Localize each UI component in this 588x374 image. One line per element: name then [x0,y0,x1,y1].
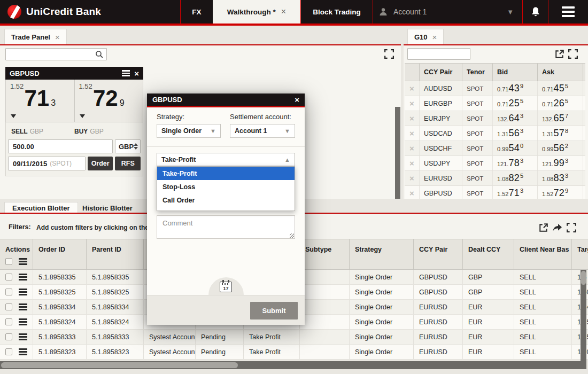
order-type-combobox[interactable]: Take-Profit▲ [157,153,295,166]
bid-cell[interactable]: 1.52713 [493,186,538,199]
sell-price-tile[interactable]: 1.52 713 [6,80,75,122]
ask-cell[interactable]: 132.657 [538,111,583,126]
ask-cell[interactable]: 1.31578 [538,126,583,141]
remove-row-icon[interactable]: × [405,81,420,96]
tab-walkthrough[interactable]: Walkthrough * × [213,0,300,24]
tab-historic-blotter[interactable]: Historic Blotter [75,202,140,214]
settlement-account-select[interactable]: Account 1▼ [230,124,295,138]
bid-cell[interactable]: 1.08825 [493,171,538,185]
calendar-icon[interactable]: 17 [220,282,232,292]
g10-search-input[interactable] [407,48,470,60]
row-actions-menu-icon[interactable] [19,333,27,340]
row-actions-menu-icon[interactable] [19,289,27,295]
comment-input[interactable] [157,215,295,239]
tab-g10[interactable]: G10 × [407,29,444,44]
row-checkbox[interactable] [5,289,12,295]
pop-out-icon[interactable] [555,49,564,59]
blotter-column-header[interactable]: Subtype [300,239,350,269]
row-actions-menu-icon[interactable] [19,303,27,310]
bid-cell[interactable]: 0.71255 [493,96,538,111]
row-checkbox[interactable] [5,274,12,280]
ask-cell[interactable]: 0.71265 [538,96,583,111]
row-actions-menu-icon[interactable] [19,318,27,325]
blotter-column-header[interactable]: Parent ID [87,239,144,269]
notifications-button[interactable] [522,0,548,24]
row-checkbox[interactable] [5,318,12,325]
bid-cell[interactable]: 132.643 [493,111,538,126]
blotter-column-header[interactable]: Actions [0,239,33,269]
blotter-column-header[interactable]: Client Near Bas [514,239,572,269]
instrument-search-input[interactable] [5,48,107,60]
blotter-vertical-scrollbar[interactable] [581,270,586,361]
scrollbar-thumb[interactable] [581,271,586,285]
fullscreen-icon[interactable] [567,223,576,232]
scrollbar-thumb[interactable] [1,362,238,368]
ask-cell[interactable]: 0.99562 [538,141,583,155]
g10-row[interactable]: ×EURJPYSPOT132.643132.657 [405,111,585,126]
blotter-column-header[interactable]: CCY Pair [414,239,463,269]
left-panel-scrollbar[interactable] [395,107,400,199]
dropdown-option[interactable]: Stop-Loss [157,180,295,193]
dialog-titlebar[interactable]: GBPUSD × [147,94,305,107]
order-button[interactable]: Order [88,157,113,170]
g10-row[interactable]: ×EURGBPSPOT0.712550.71265 [405,96,585,111]
row-checkbox[interactable] [5,258,12,265]
tab-trade-panel[interactable]: Trade Panel × [4,29,67,44]
bid-cell[interactable]: 0.71439 [493,81,538,96]
row-actions-menu-icon[interactable] [19,258,27,265]
rfs-button[interactable]: RFS [115,157,141,170]
close-icon[interactable]: × [134,69,139,78]
dropdown-option[interactable]: Call Order [157,193,295,207]
remove-row-icon[interactable]: × [405,111,420,126]
table-row[interactable]: 5.1.89583235.1.8958323Systest Account 1P… [0,345,588,360]
buy-price-tile[interactable]: 1.52 729 [75,80,143,122]
resize-grip-icon[interactable] [290,233,294,238]
g10-row[interactable]: ×EURUSDSPOT1.088251.08833 [405,171,585,186]
g10-row[interactable]: ×USDJPYSPOT121.783121.993 [405,156,585,171]
value-date-input[interactable]: 09/11/2015 (SPOT) [8,157,86,170]
close-icon[interactable]: × [432,33,437,42]
row-checkbox[interactable] [5,333,12,340]
submit-button[interactable]: Submit [250,302,298,320]
bid-cell[interactable]: 0.99540 [493,141,538,155]
tab-block-trading[interactable]: Block Trading [300,0,373,24]
row-actions-menu-icon[interactable] [19,274,27,280]
blotter-column-header[interactable]: Targ [572,239,588,269]
account-selector[interactable]: Account 1 ▼ [373,0,522,24]
share-icon[interactable] [553,223,562,232]
ask-cell[interactable]: 1.52729 [538,186,583,199]
remove-row-icon[interactable]: × [405,141,420,155]
close-icon[interactable]: × [281,7,286,17]
main-menu-button[interactable] [548,0,588,24]
table-row[interactable]: 5.1.89583335.1.8958333Systest Account 1P… [0,330,588,345]
remove-row-icon[interactable]: × [405,171,420,185]
close-icon[interactable]: × [295,95,299,104]
bid-cell[interactable]: 121.783 [493,156,538,170]
fullscreen-icon[interactable] [384,49,394,59]
g10-row[interactable]: ×USDCADSPOT1.315631.31578 [405,126,585,141]
g10-header-ask[interactable]: Ask [538,64,583,81]
widget-header[interactable]: GBPUSD × [5,67,143,80]
currency-selector[interactable]: GBP [115,139,141,153]
ask-cell[interactable]: 0.71455 [538,81,583,96]
blotter-column-header[interactable]: Order ID [33,239,87,269]
ask-cell[interactable]: 121.993 [538,156,583,170]
widget-menu-icon[interactable] [122,70,130,76]
g10-row[interactable]: ×GBPUSDSPOT1.527131.52729 [405,186,585,199]
dropdown-option[interactable]: Take-Profit [157,167,295,180]
remove-row-icon[interactable]: × [405,186,420,199]
blotter-column-header[interactable]: Dealt CCY [463,239,514,269]
strategy-select[interactable]: Single Order▼ [157,124,221,138]
g10-header-tenor[interactable]: Tenor [462,64,493,81]
bid-cell[interactable]: 1.31563 [493,126,538,141]
g10-row[interactable]: ×AUDUSDSPOT0.714390.71455 [405,81,585,96]
close-icon[interactable]: × [55,33,60,42]
remove-row-icon[interactable]: × [405,126,420,141]
row-checkbox[interactable] [5,303,12,310]
remove-row-icon[interactable]: × [405,96,420,111]
g10-row[interactable]: ×USDCHFSPOT0.995400.99562 [405,141,585,156]
tab-execution-blotter[interactable]: Execution Blotter [4,202,78,214]
blotter-column-header[interactable]: Strategy [350,239,414,269]
row-checkbox[interactable] [5,348,12,355]
blotter-horizontal-scrollbar[interactable] [0,361,586,369]
